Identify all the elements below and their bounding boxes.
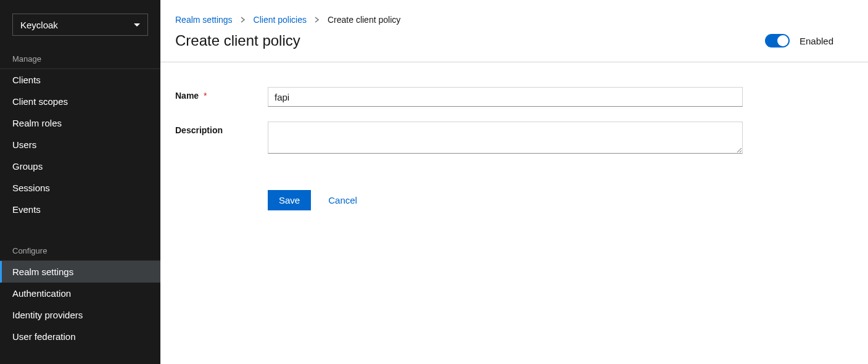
sidebar-item-user-federation[interactable]: User federation xyxy=(0,326,160,347)
chevron-right-icon xyxy=(314,17,320,23)
sidebar: Keycloak Manage Clients Client scopes Re… xyxy=(0,0,160,364)
sidebar-item-client-scopes[interactable]: Client scopes xyxy=(0,91,160,112)
sidebar-item-authentication[interactable]: Authentication xyxy=(0,283,160,304)
app-root: Keycloak Manage Clients Client scopes Re… xyxy=(0,0,868,364)
sidebar-item-users[interactable]: Users xyxy=(0,134,160,155)
form: Name * Description Save Cancel xyxy=(160,62,868,225)
sidebar-item-sessions[interactable]: Sessions xyxy=(0,177,160,199)
main-content: Realm settings Client policies Create cl… xyxy=(160,0,868,364)
description-label: Description xyxy=(175,122,268,135)
sidebar-item-realm-roles[interactable]: Realm roles xyxy=(0,112,160,134)
breadcrumb-link-client-policies[interactable]: Client policies xyxy=(254,15,307,25)
page-header: Create client policy Enabled xyxy=(160,25,868,62)
caret-down-icon xyxy=(134,23,140,27)
toggle-knob xyxy=(777,35,788,46)
breadcrumb-link-realm-settings[interactable]: Realm settings xyxy=(175,15,233,25)
enabled-label: Enabled xyxy=(800,36,833,46)
sidebar-section-manage-header: Manage xyxy=(0,47,160,68)
enabled-toggle-wrap: Enabled xyxy=(765,34,833,48)
sidebar-item-realm-settings[interactable]: Realm settings xyxy=(0,261,160,283)
sidebar-section-configure-header: Configure xyxy=(0,239,160,260)
required-asterisk: * xyxy=(204,91,207,101)
name-label: Name * xyxy=(175,87,268,101)
breadcrumb-current: Create client policy xyxy=(328,15,400,25)
name-input[interactable] xyxy=(268,87,743,107)
save-button[interactable]: Save xyxy=(268,190,311,210)
enabled-toggle[interactable] xyxy=(765,34,790,48)
form-actions: Save Cancel xyxy=(268,190,853,210)
cancel-button[interactable]: Cancel xyxy=(321,190,365,210)
chevron-right-icon xyxy=(240,17,246,23)
sidebar-item-identity-providers[interactable]: Identity providers xyxy=(0,304,160,326)
sidebar-item-clients[interactable]: Clients xyxy=(0,69,160,91)
breadcrumb: Realm settings Client policies Create cl… xyxy=(160,15,868,25)
description-input[interactable] xyxy=(268,122,743,154)
page-title: Create client policy xyxy=(175,32,300,49)
form-row-name: Name * xyxy=(175,87,853,107)
realm-selector[interactable]: Keycloak xyxy=(12,14,148,36)
form-row-description: Description xyxy=(175,122,853,155)
realm-selector-label: Keycloak xyxy=(20,20,58,30)
name-label-text: Name xyxy=(175,91,199,101)
sidebar-item-groups[interactable]: Groups xyxy=(0,155,160,177)
sidebar-item-events[interactable]: Events xyxy=(0,199,160,220)
